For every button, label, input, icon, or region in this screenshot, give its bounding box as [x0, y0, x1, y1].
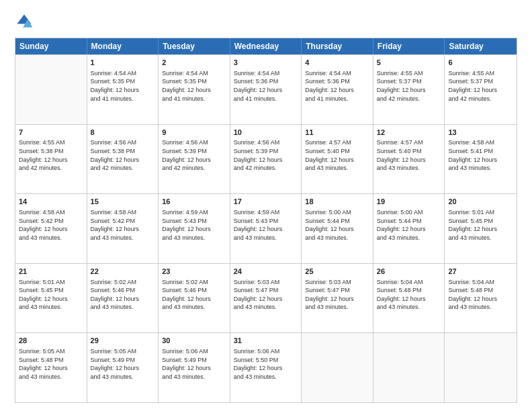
day-number: 2: [162, 58, 226, 68]
calendar-header-cell: Thursday: [302, 38, 373, 54]
calendar-cell: [445, 333, 517, 402]
day-info: Sunrise: 4:59 AM Sunset: 5:43 PM Dayligh…: [234, 208, 298, 242]
day-number: 8: [91, 128, 155, 138]
day-info: Sunrise: 4:55 AM Sunset: 5:37 PM Dayligh…: [448, 69, 513, 103]
day-number: 14: [19, 197, 83, 207]
day-info: Sunrise: 4:59 AM Sunset: 5:43 PM Dayligh…: [162, 208, 226, 242]
day-number: 4: [305, 58, 369, 68]
calendar-cell: 14Sunrise: 4:58 AM Sunset: 5:42 PM Dayli…: [15, 194, 87, 263]
day-number: 21: [19, 267, 83, 277]
day-info: Sunrise: 4:57 AM Sunset: 5:40 PM Dayligh…: [305, 138, 369, 172]
calendar-cell: 9Sunrise: 4:56 AM Sunset: 5:39 PM Daylig…: [159, 125, 230, 194]
calendar-cell: 3Sunrise: 4:54 AM Sunset: 5:36 PM Daylig…: [230, 55, 302, 124]
calendar-cell: 11Sunrise: 4:57 AM Sunset: 5:40 PM Dayli…: [302, 125, 373, 194]
day-info: Sunrise: 4:58 AM Sunset: 5:42 PM Dayligh…: [91, 208, 155, 242]
calendar-cell: 8Sunrise: 4:56 AM Sunset: 5:38 PM Daylig…: [87, 125, 159, 194]
day-info: Sunrise: 5:00 AM Sunset: 5:44 PM Dayligh…: [377, 208, 441, 242]
day-info: Sunrise: 4:56 AM Sunset: 5:39 PM Dayligh…: [162, 138, 226, 172]
calendar-cell: 16Sunrise: 4:59 AM Sunset: 5:43 PM Dayli…: [159, 194, 230, 263]
calendar-week: 7Sunrise: 4:55 AM Sunset: 5:38 PM Daylig…: [15, 124, 517, 194]
calendar-cell: [302, 333, 373, 402]
calendar-cell: 19Sunrise: 5:00 AM Sunset: 5:44 PM Dayli…: [373, 194, 445, 263]
day-info: Sunrise: 5:01 AM Sunset: 5:45 PM Dayligh…: [19, 278, 83, 312]
calendar-cell: 20Sunrise: 5:01 AM Sunset: 5:45 PM Dayli…: [445, 194, 517, 263]
day-number: 12: [377, 128, 441, 138]
day-number: 17: [234, 197, 298, 207]
day-info: Sunrise: 4:54 AM Sunset: 5:35 PM Dayligh…: [91, 69, 155, 103]
calendar-cell: 29Sunrise: 5:05 AM Sunset: 5:49 PM Dayli…: [87, 333, 159, 402]
day-number: 11: [305, 128, 369, 138]
day-number: 31: [234, 336, 298, 346]
calendar-cell: 6Sunrise: 4:55 AM Sunset: 5:37 PM Daylig…: [445, 55, 517, 124]
day-info: Sunrise: 5:00 AM Sunset: 5:44 PM Dayligh…: [305, 208, 369, 242]
day-info: Sunrise: 5:06 AM Sunset: 5:50 PM Dayligh…: [234, 347, 298, 381]
day-info: Sunrise: 4:58 AM Sunset: 5:41 PM Dayligh…: [448, 138, 513, 172]
calendar-cell: [15, 55, 87, 124]
calendar-cell: 23Sunrise: 5:02 AM Sunset: 5:46 PM Dayli…: [159, 264, 230, 333]
calendar-body: 1Sunrise: 4:54 AM Sunset: 5:35 PM Daylig…: [15, 54, 517, 402]
day-info: Sunrise: 4:56 AM Sunset: 5:39 PM Dayligh…: [234, 138, 298, 172]
day-number: 5: [377, 58, 441, 68]
day-number: 30: [162, 336, 226, 346]
calendar-week: 21Sunrise: 5:01 AM Sunset: 5:45 PM Dayli…: [15, 263, 517, 333]
calendar-cell: [373, 333, 445, 402]
day-info: Sunrise: 4:54 AM Sunset: 5:36 PM Dayligh…: [305, 69, 369, 103]
calendar-cell: 15Sunrise: 4:58 AM Sunset: 5:42 PM Dayli…: [87, 194, 159, 263]
day-number: 7: [19, 128, 83, 138]
header: [15, 12, 517, 31]
calendar-cell: 30Sunrise: 5:06 AM Sunset: 5:49 PM Dayli…: [159, 333, 230, 402]
day-info: Sunrise: 4:58 AM Sunset: 5:42 PM Dayligh…: [19, 208, 83, 242]
calendar-cell: 18Sunrise: 5:00 AM Sunset: 5:44 PM Dayli…: [302, 194, 373, 263]
calendar-cell: 2Sunrise: 4:54 AM Sunset: 5:35 PM Daylig…: [159, 55, 230, 124]
day-number: 18: [305, 197, 369, 207]
day-info: Sunrise: 5:02 AM Sunset: 5:46 PM Dayligh…: [162, 278, 226, 312]
calendar-header-cell: Saturday: [445, 38, 517, 54]
calendar-cell: 10Sunrise: 4:56 AM Sunset: 5:39 PM Dayli…: [230, 125, 302, 194]
day-info: Sunrise: 4:55 AM Sunset: 5:38 PM Dayligh…: [19, 138, 83, 172]
day-info: Sunrise: 5:03 AM Sunset: 5:47 PM Dayligh…: [234, 278, 298, 312]
day-info: Sunrise: 5:01 AM Sunset: 5:45 PM Dayligh…: [448, 208, 513, 242]
day-number: 9: [162, 128, 226, 138]
day-number: 24: [234, 267, 298, 277]
calendar-cell: 4Sunrise: 4:54 AM Sunset: 5:36 PM Daylig…: [302, 55, 373, 124]
day-number: 1: [91, 58, 155, 68]
day-info: Sunrise: 4:55 AM Sunset: 5:37 PM Dayligh…: [377, 69, 441, 103]
day-number: 13: [448, 128, 513, 138]
day-info: Sunrise: 5:05 AM Sunset: 5:48 PM Dayligh…: [19, 347, 83, 381]
calendar-header-cell: Sunday: [15, 38, 87, 54]
day-number: 26: [377, 267, 441, 277]
calendar-cell: 28Sunrise: 5:05 AM Sunset: 5:48 PM Dayli…: [15, 333, 87, 402]
day-info: Sunrise: 4:56 AM Sunset: 5:38 PM Dayligh…: [91, 138, 155, 172]
day-number: 19: [377, 197, 441, 207]
calendar-header-cell: Monday: [87, 38, 159, 54]
day-number: 10: [234, 128, 298, 138]
calendar-cell: 27Sunrise: 5:04 AM Sunset: 5:48 PM Dayli…: [445, 264, 517, 333]
day-info: Sunrise: 4:54 AM Sunset: 5:36 PM Dayligh…: [234, 69, 298, 103]
calendar-header-row: SundayMondayTuesdayWednesdayThursdayFrid…: [15, 38, 517, 54]
day-number: 15: [91, 197, 155, 207]
calendar-cell: 31Sunrise: 5:06 AM Sunset: 5:50 PM Dayli…: [230, 333, 302, 402]
page: SundayMondayTuesdayWednesdayThursdayFrid…: [0, 0, 532, 411]
day-number: 27: [448, 267, 513, 277]
calendar-week: 28Sunrise: 5:05 AM Sunset: 5:48 PM Dayli…: [15, 332, 517, 402]
day-info: Sunrise: 4:54 AM Sunset: 5:35 PM Dayligh…: [162, 69, 226, 103]
calendar-header-cell: Friday: [373, 38, 445, 54]
day-info: Sunrise: 5:06 AM Sunset: 5:49 PM Dayligh…: [162, 347, 226, 381]
day-number: 29: [91, 336, 155, 346]
calendar-cell: 7Sunrise: 4:55 AM Sunset: 5:38 PM Daylig…: [15, 125, 87, 194]
calendar-cell: 13Sunrise: 4:58 AM Sunset: 5:41 PM Dayli…: [445, 125, 517, 194]
day-info: Sunrise: 5:05 AM Sunset: 5:49 PM Dayligh…: [91, 347, 155, 381]
day-info: Sunrise: 5:04 AM Sunset: 5:48 PM Dayligh…: [377, 278, 441, 312]
calendar-week: 14Sunrise: 4:58 AM Sunset: 5:42 PM Dayli…: [15, 193, 517, 263]
day-number: 20: [448, 197, 513, 207]
calendar-cell: 17Sunrise: 4:59 AM Sunset: 5:43 PM Dayli…: [230, 194, 302, 263]
day-number: 28: [19, 336, 83, 346]
calendar-cell: 22Sunrise: 5:02 AM Sunset: 5:46 PM Dayli…: [87, 264, 159, 333]
day-number: 3: [234, 58, 298, 68]
calendar-cell: 5Sunrise: 4:55 AM Sunset: 5:37 PM Daylig…: [373, 55, 445, 124]
calendar-header-cell: Tuesday: [159, 38, 230, 54]
calendar-cell: 1Sunrise: 4:54 AM Sunset: 5:35 PM Daylig…: [87, 55, 159, 124]
calendar-week: 1Sunrise: 4:54 AM Sunset: 5:35 PM Daylig…: [15, 54, 517, 124]
day-number: 22: [91, 267, 155, 277]
logo-icon: [15, 12, 34, 31]
